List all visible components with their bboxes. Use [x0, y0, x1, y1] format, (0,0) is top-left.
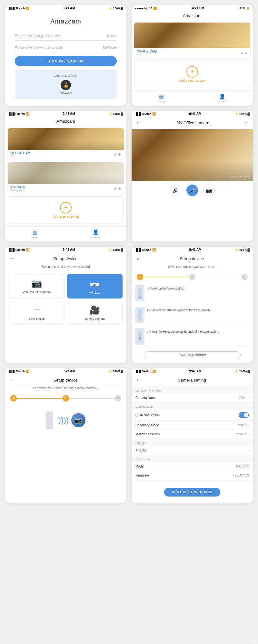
login-screen: ▐▌█ Sketch 📶 9:41 AM ⚡ 100% ▓ Amazcam Pl…	[5, 5, 126, 106]
motion-sens-value: Medium ›	[236, 432, 249, 436]
kitchen-cam-card[interactable]: KITCHEN Battery cam ↺ ⚙	[8, 162, 124, 194]
battery-search: ⚡ 100% ▓	[108, 370, 123, 373]
office-cam-thumbnail	[134, 23, 250, 48]
code-placeholder: Please enter the verificat on code	[15, 46, 63, 49]
confirm-hear-btn[interactable]: * Yes, I hear"XXXXX"	[144, 351, 241, 359]
time-wireless: 9:41 AM	[189, 248, 202, 251]
country-selector[interactable]: china ›	[107, 34, 117, 38]
firmware-label: Firmware	[135, 474, 149, 477]
push-notif-toggle[interactable]	[239, 412, 249, 418]
nav-device[interactable]: ▦ Device	[158, 93, 165, 103]
nav-account[interactable]: 👤 Account	[217, 93, 227, 103]
search-step-1: 1	[10, 395, 17, 402]
status-bar-office: ▐▌█ Sketch 📶 9:41 AM ⚡ 100% ▓	[132, 111, 253, 117]
bluetooth-icon: ⚡	[109, 7, 112, 10]
phone-input-row[interactable]: Please enter your phone number china ›	[15, 32, 117, 41]
kitchen-cam-info: KITCHEN Battery cam ↺ ⚙	[8, 184, 124, 194]
searching-header: ← Setup device	[5, 374, 126, 386]
signal-icon: ▐▌█	[8, 7, 15, 10]
password-label: Password	[21, 91, 110, 95]
battery-cam-option[interactable]: 🎥 Battery camera	[67, 301, 123, 325]
back-setting[interactable]: ←	[135, 377, 141, 384]
add-service-btn[interactable]: + Add a new service	[134, 61, 250, 88]
wireless-title: Setup device	[180, 256, 204, 261]
ptz-cam-option[interactable]: 📷 Wireless PTZ camera	[9, 274, 64, 298]
time-search: 9:41 AM	[63, 369, 75, 373]
setup1-title: Setup device	[53, 256, 77, 261]
speaker-btn[interactable]: 🔊	[170, 185, 181, 196]
wireless-header: ← Setup device	[132, 253, 253, 265]
settings-icon-list[interactable]: ⚙	[118, 153, 121, 157]
password-icon[interactable]: 🔒	[61, 80, 71, 90]
kitchen-cam-thumb	[8, 162, 124, 184]
signal-search: ▐▌█ Sketch 📶	[8, 370, 29, 373]
status-bar-wireless: ▐▌█ Sketch 📶 9:41 AM ⚡ 100% ▓	[132, 247, 253, 253]
camera-name-text: Office	[239, 396, 247, 400]
search-step-3: 3	[115, 395, 121, 402]
device-label-list: Device	[31, 236, 39, 239]
search-line-1	[17, 398, 63, 399]
login-content: Amazcam Please enter your phone number c…	[5, 11, 126, 105]
other-login-title: Other way to login	[21, 74, 110, 77]
base-station-option[interactable]: ▭ Base station	[9, 301, 64, 325]
office-cam-thumb-list	[8, 128, 124, 150]
svg-rect-5	[97, 284, 97, 286]
device-nav-label: Device	[158, 100, 165, 103]
remove-device-button[interactable]: REMOVE THIS DEVICE	[164, 488, 221, 497]
settings-icon[interactable]: ⚙	[244, 51, 248, 55]
time-simple: 4:21 PM	[192, 6, 204, 10]
camera-name-row[interactable]: Camera Name Office ›	[132, 393, 253, 402]
nav-account-list[interactable]: 👤 Account	[91, 229, 100, 239]
refresh-icon-k[interactable]: ↺	[114, 187, 117, 191]
base-station-icon: ▭	[33, 305, 41, 315]
wifi-waves-icon: ))))	[58, 416, 69, 425]
refresh-icon[interactable]: ↺	[240, 51, 243, 55]
app-name-list: Amazcam	[5, 117, 126, 126]
back-searching[interactable]: ←	[9, 377, 15, 384]
steps-indicator: 1 2 3	[132, 271, 253, 283]
step-line-1	[143, 277, 189, 277]
refresh-icon-list[interactable]: ↺	[114, 153, 117, 157]
get-code-btn[interactable]: Get Code	[103, 46, 117, 49]
wireless-option[interactable]: Wireless	[67, 274, 123, 298]
signal-setting: ▐▌█ Sketch 📶	[135, 370, 156, 373]
back-button-office[interactable]: ←	[135, 119, 141, 126]
step-1-circle: 1	[137, 274, 143, 280]
motion-sensitivity-row[interactable]: Motion sensitivity Medium ›	[132, 430, 253, 439]
office-cam-card[interactable]: OFFICE CAM PTZ ↺ ⚙	[134, 23, 250, 58]
office-icons-list: ↺ ⚙	[114, 153, 121, 157]
signal-left: ●●●●● No.13 📶	[135, 7, 157, 10]
push-notification-row[interactable]: Push Notification	[132, 410, 253, 421]
settings-button-office[interactable]: ⚙	[245, 120, 249, 126]
step-2-image	[135, 307, 144, 323]
snapshot-btn[interactable]: 📷	[203, 185, 215, 196]
device-icon-list: ▦	[33, 229, 37, 235]
battery-wireless: ⚡ 100% ▓	[235, 248, 250, 251]
nav-device-list[interactable]: ▦ Device	[31, 229, 39, 239]
back-setup1[interactable]: ←	[9, 255, 15, 262]
camera-visual: 📷	[71, 413, 85, 427]
search-step-2: 2	[63, 395, 69, 402]
firmware-row: Firmware T20190423	[132, 471, 253, 480]
office-type-list: PTZ	[10, 155, 30, 158]
recording-mode-row[interactable]: Recording Mode Motion ›	[132, 421, 253, 430]
code-input-row[interactable]: Please enter the verificat on code Get C…	[15, 43, 117, 52]
status-bar-simple: ●●●●● No.13 📶 4:21 PM 22% 🔋	[132, 5, 253, 11]
battery-list: ⚡ 100% ▓	[108, 112, 123, 116]
back-wireless[interactable]: ←	[135, 255, 141, 262]
settings-icon-k[interactable]: ⚙	[118, 187, 121, 191]
battery-setup1: ⚡ 100% ▓	[108, 248, 123, 251]
kitchen-name: KITCHEN	[10, 185, 25, 189]
storage-section-label: Storage	[132, 439, 253, 446]
signin-button[interactable]: SIGN IN / SIGN UP	[15, 56, 117, 66]
signal-wireless: ▐▌█ Sketch 📶	[135, 248, 156, 251]
app-logo: Amazcam	[15, 18, 117, 25]
office-cam-info-list: OFFICE CAM PTZ ↺ ⚙	[8, 150, 124, 160]
mic-btn[interactable]: 🎤	[186, 185, 198, 196]
searching-subtitle: Searching your base station in local net…	[5, 386, 126, 390]
office-cam-card-list[interactable]: OFFICE CAM PTZ ↺ ⚙	[8, 128, 124, 160]
add-service-list[interactable]: + Add a new service	[8, 196, 124, 224]
battery-cam-label: Battery camera	[85, 317, 104, 320]
tf-card-row[interactable]: TF Card ›	[132, 446, 253, 455]
searching-screen: ▐▌█ Sketch 📶 9:41 AM ⚡ 100% ▓ ← Setup de…	[5, 368, 126, 503]
